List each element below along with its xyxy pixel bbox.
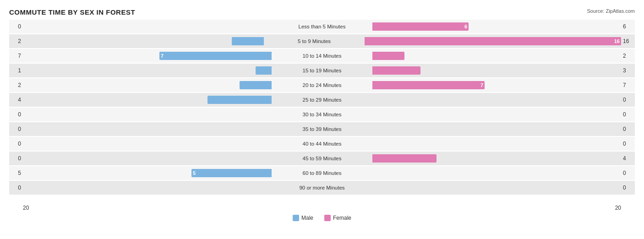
left-value: 0 [9, 23, 23, 30]
axis-right-label: 20 [615, 205, 621, 211]
left-value: 1 [9, 67, 23, 74]
chart-row: 0 40 to 44 Minutes 0 [9, 137, 635, 151]
bar-female: 6 [372, 22, 469, 31]
right-bar-container [372, 168, 621, 178]
row-label: 40 to 44 Minutes [272, 141, 372, 147]
bars-wrapper: 30 to 34 Minutes [23, 108, 621, 121]
right-bar-container [372, 153, 621, 163]
male-bar-label: 5 [191, 170, 197, 176]
right-bar-container: 6 [372, 22, 621, 32]
female-bar-label: 7 [479, 82, 485, 88]
bar-female [372, 66, 420, 75]
left-bar-container [23, 22, 272, 32]
left-value: 0 [9, 126, 23, 132]
left-bar-container: 5 [23, 168, 272, 178]
right-bar-container: 16 [365, 36, 621, 46]
bar-male [240, 81, 272, 89]
legend-female: Female [324, 215, 351, 221]
left-value: 0 [9, 185, 23, 191]
bar-female [372, 52, 404, 60]
legend: Male Female [9, 215, 635, 221]
chart-row: 5 5 60 to 89 Minutes 0 [9, 166, 635, 180]
bars-wrapper: 45 to 59 Minutes [23, 152, 621, 165]
right-bar-container [372, 124, 621, 134]
row-label: 25 to 29 Minutes [272, 97, 372, 103]
left-value: 0 [9, 155, 23, 162]
bars-wrapper: 35 to 39 Minutes [23, 122, 621, 136]
row-label: 45 to 59 Minutes [272, 156, 372, 161]
row-label: 5 to 9 Minutes [264, 38, 365, 44]
right-value: 3 [621, 67, 635, 74]
legend-male-label: Male [301, 215, 313, 221]
left-value: 7 [9, 53, 23, 59]
left-bar-container [23, 109, 272, 120]
bars-wrapper: 20 to 24 Minutes 7 [23, 78, 621, 92]
bars-wrapper: Less than 5 Minutes 6 [23, 20, 621, 33]
chart-row: 1 15 to 19 Minutes 3 [9, 64, 635, 77]
row-label: 35 to 39 Minutes [272, 126, 372, 132]
chart-row: 0 45 to 59 Minutes 4 [9, 152, 635, 165]
left-bar-container [23, 95, 272, 105]
left-bar-container [23, 153, 272, 163]
row-label: 15 to 19 Minutes [272, 68, 372, 73]
left-bar-container [23, 139, 272, 149]
bars-wrapper: 40 to 44 Minutes [23, 137, 621, 151]
bar-female: 7 [372, 81, 485, 89]
bar-male [256, 66, 272, 75]
right-value: 0 [621, 185, 635, 191]
left-bar-container [23, 65, 272, 76]
chart-row: 4 25 to 29 Minutes 0 [9, 93, 635, 107]
left-bar-container [23, 124, 272, 134]
female-bar-label: 6 [463, 24, 469, 29]
left-bar-container: 7 [23, 51, 272, 61]
left-bar-container [23, 80, 272, 90]
bar-male: 5 [191, 169, 272, 177]
bars-wrapper: 15 to 19 Minutes [23, 64, 621, 77]
row-label: Less than 5 Minutes [272, 24, 372, 29]
right-bar-container [372, 183, 621, 193]
right-value: 16 [621, 38, 635, 44]
chart-row: 0 Less than 5 Minutes 6 6 [9, 20, 635, 33]
right-bar-container [372, 109, 621, 120]
row-label: 20 to 24 Minutes [272, 82, 372, 88]
chart-row: 7 7 10 to 14 Minutes 2 [9, 49, 635, 63]
legend-male-box [293, 215, 299, 221]
chart-row: 2 20 to 24 Minutes 7 7 [9, 78, 635, 92]
chart-row: 2 5 to 9 Minutes 16 16 [9, 34, 635, 48]
left-value: 0 [9, 111, 23, 118]
bars-wrapper: 7 10 to 14 Minutes [23, 49, 621, 63]
row-label: 60 to 89 Minutes [272, 170, 372, 176]
chart-container: COMMUTE TIME BY SEX IN FOREST Source: Zi… [0, 0, 644, 239]
bar-female [372, 154, 437, 163]
right-value: 0 [621, 111, 635, 118]
bars-wrapper: 90 or more Minutes [23, 181, 621, 195]
legend-female-box [324, 215, 331, 221]
axis-left-label: 20 [23, 205, 29, 211]
left-value: 0 [9, 141, 23, 147]
right-value: 0 [621, 97, 635, 103]
axis-bottom: 20 20 [9, 203, 635, 213]
right-value: 4 [621, 155, 635, 162]
bars-wrapper: 5 60 to 89 Minutes [23, 166, 621, 180]
chart-row: 0 35 to 39 Minutes 0 [9, 122, 635, 136]
left-value: 2 [9, 82, 23, 88]
chart-row: 0 90 or more Minutes 0 [9, 181, 635, 195]
bar-male: 7 [159, 52, 272, 60]
right-bar-container: 7 [372, 80, 621, 90]
left-value: 2 [9, 38, 23, 44]
right-value: 2 [621, 53, 635, 59]
left-value: 5 [9, 170, 23, 176]
right-bar-container [372, 51, 621, 61]
source-text: Source: ZipAtlas.com [587, 8, 635, 14]
left-bar-container [23, 36, 264, 46]
bar-male [207, 96, 272, 104]
right-value: 0 [621, 170, 635, 176]
bar-male [232, 37, 264, 45]
right-bar-container [372, 65, 621, 76]
right-bar-container [372, 139, 621, 149]
right-value: 0 [621, 141, 635, 147]
bars-wrapper: 5 to 9 Minutes 16 [23, 34, 621, 48]
bar-female: 16 [365, 37, 621, 45]
male-bar-label: 7 [159, 53, 165, 59]
legend-female-label: Female [333, 215, 351, 221]
